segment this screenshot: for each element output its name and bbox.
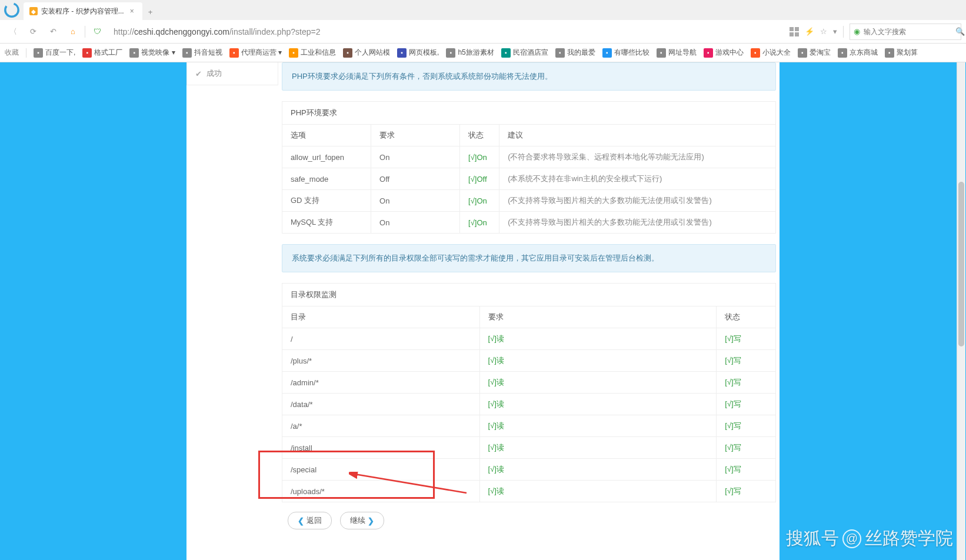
svg-point-0 (5, 4, 18, 16)
bookmark-item[interactable]: ▪格式工厂 (82, 48, 122, 58)
bookmark-icon: ▪ (657, 48, 666, 58)
watermark: 搜狐号 @ 丝路赞学院 (786, 526, 953, 551)
bookmark-item[interactable]: ▪我的最爱 (555, 48, 595, 58)
cell-dir: /data/* (282, 394, 480, 415)
table-header: 目录 (282, 306, 480, 328)
dropdown-icon[interactable]: ▾ (833, 27, 837, 36)
cell-req: On (371, 146, 460, 168)
url-host: ceshi.qdchenggongyi.com (134, 27, 229, 36)
bookmark-item[interactable]: ▪网址导航 (657, 48, 697, 58)
bookmark-item[interactable]: ▪聚划算 (885, 48, 918, 58)
dir-perm-title: 目录权限监测 (282, 283, 776, 306)
cell-status: [√]写 (717, 459, 776, 481)
scrollbar-thumb[interactable] (958, 182, 964, 346)
table-header: 状态 (717, 306, 776, 328)
browser-tab[interactable]: ◆ 安装程序 - 织梦内容管理... × (24, 2, 142, 20)
bookmark-icon: ▪ (751, 48, 760, 58)
cell-status: [√]写 (717, 394, 776, 415)
table-row: /install[√]读[√]写 (282, 437, 776, 459)
search-icon[interactable]: 🔍 (955, 27, 965, 36)
cell-option: MySQL 支持 (282, 212, 371, 234)
bookmark-item[interactable]: ▪个人网站模 (343, 48, 390, 58)
bookmark-item[interactable]: ▪小说大全 (751, 48, 791, 58)
bookmark-icon: ▪ (343, 48, 352, 58)
bookmark-label: 我的最爱 (567, 48, 595, 58)
url-input[interactable]: http://ceshi.qdchenggongyi.com/install/i… (109, 23, 786, 41)
back-button[interactable]: ❮ 返回 (288, 512, 332, 529)
bookmark-icon: ▪ (798, 48, 807, 58)
close-tab-icon[interactable]: × (128, 7, 136, 15)
bookmark-label: 工业和信息 (301, 48, 336, 58)
bookmark-item[interactable]: ▪民宿酒店宣 (501, 48, 548, 58)
bookmarks-label: 收藏 (5, 48, 19, 58)
undo-icon[interactable]: ↶ (45, 24, 61, 40)
reload-icon[interactable]: ⟳ (25, 24, 41, 40)
installer-panel: ✔ 成功 PHP环境要求必须满足下列所有条件，否则系统或系统部份功能将无法使用。… (186, 62, 780, 560)
cell-option: safe_mode (282, 168, 371, 190)
bookmark-item[interactable]: ▪百度一下, (34, 48, 75, 58)
bookmark-item[interactable]: ▪工业和信息 (289, 48, 336, 58)
bookmark-label: 格式工厂 (94, 48, 122, 58)
url-path: /install/index.php?step=2 (229, 27, 321, 36)
bookmark-label: 百度一下, (45, 48, 75, 58)
bookmark-label: 网址导航 (668, 48, 697, 58)
continue-button[interactable]: 继续 ❯ (340, 512, 384, 529)
cell-dir: /plus/* (282, 350, 480, 372)
cell-status: [√]写 (717, 415, 776, 437)
cell-dir: /install (282, 437, 480, 459)
table-row: /special[√]读[√]写 (282, 459, 776, 481)
cell-req: [√]读 (479, 415, 717, 437)
bookmark-item[interactable]: ▪抖音短视 (182, 48, 222, 58)
cell-dir: /special (282, 459, 480, 481)
scrollbar[interactable] (957, 62, 965, 560)
bookmark-label: h5旅游素材 (458, 48, 494, 58)
bookmark-item[interactable]: ▪京东商城 (838, 48, 878, 58)
star-icon[interactable]: ☆ (820, 27, 827, 36)
sidebar-step-success: ✔ 成功 (186, 62, 278, 85)
table-row: safe_modeOff[√]Off(本系统不支持在非win主机的安全模式下运行… (282, 168, 776, 190)
bookmark-icon: ▪ (885, 48, 894, 58)
search-input[interactable] (864, 28, 952, 36)
new-tab-button[interactable]: + (142, 4, 159, 20)
bookmark-label: 聚划算 (897, 48, 918, 58)
bookmark-item[interactable]: ▪网页模板, (397, 48, 439, 58)
cell-option: allow_url_fopen (282, 146, 371, 168)
bookmark-label: 民宿酒店宣 (513, 48, 548, 58)
home-icon[interactable]: ⌂ (65, 24, 81, 40)
qr-icon[interactable] (790, 27, 799, 36)
back-button-icon[interactable]: 〈 (5, 24, 21, 40)
bookmark-item[interactable]: ▪有哪些比较 (602, 48, 649, 58)
check-icon: ✔ (195, 69, 202, 78)
bookmark-label: 京东商城 (850, 48, 878, 58)
bookmark-item[interactable]: ▪爱淘宝 (798, 48, 831, 58)
search-engine-icon: ◉ (854, 27, 860, 36)
alert-env: PHP环境要求必须满足下列所有条件，否则系统或系统部份功能将无法使用。 (282, 62, 776, 91)
table-header: 要求 (371, 125, 460, 146)
cell-suggest: (不符合要求将导致采集、远程资料本地化等功能无法应用) (499, 146, 776, 168)
bookmark-item[interactable]: ▪游戏中心 (704, 48, 744, 58)
bookmark-item[interactable]: ▪代理商运营 ▾ (229, 48, 282, 58)
bookmark-icon: ▪ (289, 48, 298, 58)
bookmark-label: 个人网站模 (355, 48, 390, 58)
bookmark-label: 爱淘宝 (810, 48, 831, 58)
security-shield-icon[interactable]: 🛡 (89, 24, 105, 40)
cell-status: [√]写 (717, 350, 776, 372)
cell-status: [√]写 (717, 481, 776, 502)
bookmark-label: 代理商运营 ▾ (241, 48, 282, 58)
php-env-table: 选项要求状态建议 allow_url_fopenOn[√]On(不符合要求将导致… (282, 124, 776, 234)
table-row: /plus/*[√]读[√]写 (282, 350, 776, 372)
cell-option: GD 支持 (282, 190, 371, 212)
cell-req: On (371, 190, 460, 212)
cell-suggest: (本系统不支持在非win主机的安全模式下运行) (499, 168, 776, 190)
continue-label: 继续 (350, 515, 365, 526)
back-label: 返回 (307, 515, 322, 526)
bookmark-item[interactable]: ▪视觉映像 ▾ (129, 48, 175, 58)
tab-favicon: ◆ (29, 7, 38, 15)
cell-status: [√]写 (717, 437, 776, 459)
cell-req: [√]读 (479, 481, 717, 502)
bookmark-icon: ▪ (229, 48, 239, 58)
search-box[interactable]: ◉ 🔍 (850, 24, 961, 40)
flash-icon[interactable]: ⚡ (805, 27, 814, 36)
bookmark-item[interactable]: ▪h5旅游素材 (446, 48, 494, 58)
table-row: allow_url_fopenOn[√]On(不符合要求将导致采集、远程资料本地… (282, 146, 776, 168)
